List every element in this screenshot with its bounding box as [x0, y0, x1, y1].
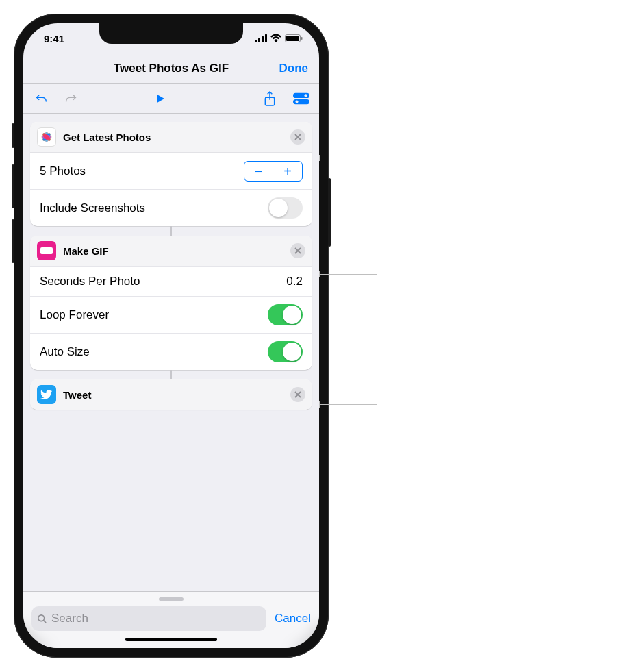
bottom-bar: Search Cancel — [23, 591, 319, 648]
row-label: 5 Photos — [40, 164, 86, 178]
row-value: 0.2 — [286, 275, 303, 288]
svg-rect-3 — [265, 34, 267, 42]
search-icon — [37, 614, 47, 624]
include-screenshots-row: Include Screenshots — [30, 189, 312, 226]
callout-line — [319, 404, 377, 405]
power-button — [328, 178, 331, 247]
photo-count-stepper[interactable]: − + — [244, 161, 303, 182]
page-title: Tweet Photos As GIF — [114, 62, 229, 75]
search-input[interactable]: Search — [31, 606, 266, 631]
undo-button[interactable] — [33, 90, 49, 107]
mute-switch — [12, 123, 14, 148]
action-header[interactable]: Make GIF — [30, 236, 312, 266]
action-card-tweet: Tweet — [30, 379, 312, 410]
action-card-make-gif: Make GIF Seconds Per Photo 0.2 Loop Fore… — [30, 236, 312, 370]
gif-app-icon — [37, 241, 56, 260]
remove-action-button[interactable] — [290, 243, 305, 258]
row-label: Auto Size — [40, 345, 90, 359]
loop-forever-switch[interactable] — [268, 304, 303, 325]
volume-down-button — [12, 219, 14, 263]
svg-rect-2 — [262, 36, 264, 42]
volume-up-button — [12, 164, 14, 208]
redo-button[interactable] — [63, 90, 79, 107]
battery-icon — [285, 33, 303, 45]
stepper-minus[interactable]: − — [244, 162, 273, 181]
row-label: Seconds Per Photo — [40, 275, 140, 288]
play-button[interactable] — [152, 90, 168, 107]
svg-point-9 — [304, 94, 307, 97]
action-title: Make GIF — [63, 245, 290, 257]
svg-rect-0 — [255, 40, 257, 42]
loop-forever-row: Loop Forever — [30, 296, 312, 333]
remove-action-button[interactable] — [290, 387, 305, 402]
action-header[interactable]: Tweet — [30, 379, 312, 410]
photo-count-row: 5 Photos − + — [30, 153, 312, 189]
svg-point-20 — [38, 614, 45, 621]
cancel-button[interactable]: Cancel — [275, 612, 311, 625]
action-title: Get Latest Photos — [63, 132, 290, 143]
action-title: Tweet — [63, 389, 290, 401]
share-button[interactable] — [262, 90, 278, 107]
actions-list: Get Latest Photos 5 Photos − + Includ — [23, 114, 319, 591]
action-card-get-latest-photos: Get Latest Photos 5 Photos − + Includ — [30, 122, 312, 226]
search-placeholder: Search — [51, 612, 88, 625]
done-button[interactable]: Done — [279, 62, 309, 75]
row-label: Include Screenshots — [40, 201, 145, 215]
stepper-plus[interactable]: + — [273, 162, 302, 181]
callout-line — [319, 158, 377, 158]
notch — [99, 23, 243, 44]
seconds-per-photo-row[interactable]: Seconds Per Photo 0.2 — [30, 266, 312, 296]
photos-app-icon — [37, 127, 56, 147]
wifi-icon — [270, 33, 281, 45]
svg-rect-1 — [258, 38, 260, 42]
settings-button[interactable] — [293, 90, 310, 107]
auto-size-switch[interactable] — [268, 341, 303, 362]
action-connector — [170, 226, 172, 236]
action-connector — [170, 370, 172, 379]
svg-rect-6 — [301, 37, 303, 40]
home-indicator[interactable] — [125, 638, 217, 641]
svg-rect-5 — [286, 36, 299, 41]
action-header[interactable]: Get Latest Photos — [30, 122, 312, 153]
callout-line — [319, 274, 377, 275]
row-label: Loop Forever — [40, 308, 109, 322]
svg-point-11 — [296, 100, 299, 103]
drawer-grabber[interactable] — [159, 597, 184, 601]
nav-bar: Tweet Photos As GIF Done — [23, 53, 319, 84]
cellular-icon — [255, 33, 267, 45]
remove-action-button[interactable] — [290, 129, 305, 145]
include-screenshots-switch[interactable] — [268, 197, 303, 219]
phone-frame: 9:41 Tweet Photos As GIF Done — [14, 14, 329, 658]
auto-size-row: Auto Size — [30, 333, 312, 370]
status-time: 9:41 — [44, 33, 64, 45]
twitter-app-icon — [37, 385, 56, 404]
toolbar — [23, 84, 319, 114]
